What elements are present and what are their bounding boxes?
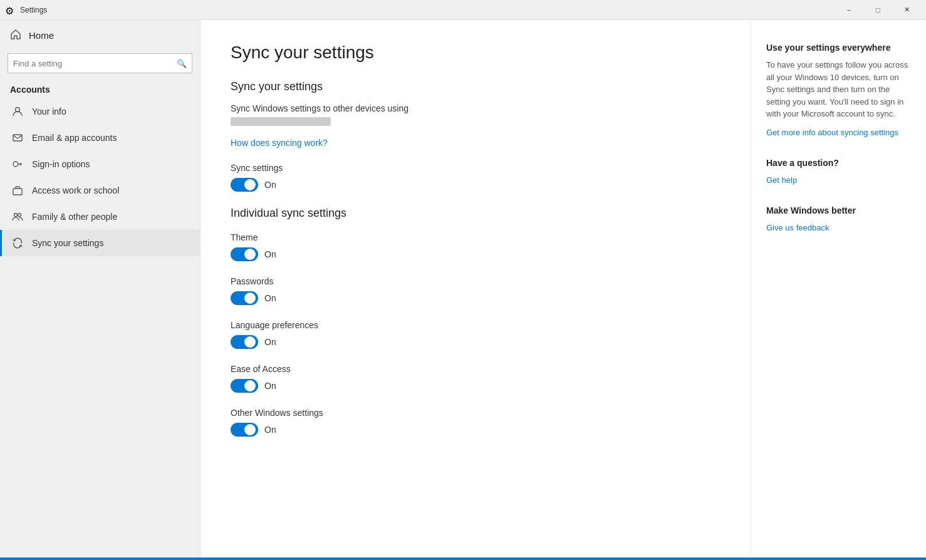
toggle-container-0: On	[231, 247, 721, 261]
toggle-container-1: On	[231, 291, 721, 305]
sidebar-section-header: Accounts	[0, 78, 200, 98]
toggle-label-1: Passwords	[231, 276, 721, 286]
toggle-status-1: On	[264, 293, 276, 303]
toggle-4[interactable]	[231, 423, 258, 437]
toggle-1[interactable]	[231, 291, 258, 305]
toggle-label-4: Other Windows settings	[231, 408, 721, 418]
sidebar-item-email-label: Email & app accounts	[32, 133, 117, 143]
make-windows-section: Make Windows better Give us feedback	[766, 205, 911, 233]
sidebar-item-sync-label: Sync your settings	[32, 238, 103, 248]
sync-settings-toggle-container: On	[231, 178, 721, 192]
have-question-title: Have a question?	[766, 158, 911, 168]
toggle-0[interactable]	[231, 247, 258, 261]
sync-account-bar	[231, 117, 331, 126]
toggle-status-0: On	[264, 249, 276, 259]
sync-description: Sync Windows settings to other devices u…	[231, 103, 721, 113]
sync-settings-toggle-row: Sync settings On	[231, 163, 721, 192]
briefcase-icon	[12, 185, 23, 196]
toggle-container-4: On	[231, 423, 721, 437]
toggle-row-0: Theme On	[231, 232, 721, 261]
individual-sync-title: Individual sync settings	[231, 207, 721, 220]
toggle-row-1: Passwords On	[231, 276, 721, 305]
sidebar: Home 🔍 Accounts Your info	[0, 20, 200, 557]
svg-rect-1	[13, 135, 22, 141]
use-settings-title: Use your settings everywhere	[766, 43, 911, 53]
sidebar-item-your-info[interactable]: Your info	[0, 98, 200, 125]
toggle-container-3: On	[231, 379, 721, 393]
toggle-label-2: Language preferences	[231, 320, 721, 330]
sync-section-title: Sync your settings	[231, 80, 721, 93]
sidebar-item-work-school[interactable]: Access work or school	[0, 177, 200, 204]
group-icon	[12, 211, 23, 222]
toggle-label-0: Theme	[231, 232, 721, 242]
person-icon	[12, 106, 23, 117]
toggle-status-3: On	[264, 381, 276, 391]
sidebar-item-your-info-label: Your info	[32, 106, 66, 117]
svg-point-4	[14, 214, 18, 217]
svg-rect-3	[13, 189, 22, 195]
get-help-link[interactable]: Get help	[766, 175, 797, 185]
home-label: Home	[29, 30, 54, 41]
toggle-status-4: On	[264, 425, 276, 435]
sidebar-item-sync[interactable]: Sync your settings	[0, 230, 200, 256]
sidebar-item-family-label: Family & other people	[32, 212, 117, 222]
key-icon	[12, 158, 23, 170]
settings-icon: ⚙	[5, 5, 15, 15]
home-icon	[10, 29, 21, 42]
toggle-status-2: On	[264, 337, 276, 347]
sidebar-item-sign-in[interactable]: Sign-in options	[0, 151, 200, 177]
search-input[interactable]	[13, 59, 177, 68]
have-question-section: Have a question? Get help	[766, 158, 911, 185]
toggle-label-3: Ease of Access	[231, 364, 721, 374]
sync-settings-status: On	[264, 180, 276, 190]
app-body: Home 🔍 Accounts Your info	[0, 20, 926, 557]
main-content: Sync your settings Sync your settings Sy…	[200, 20, 751, 557]
search-icon: 🔍	[177, 59, 187, 68]
maximize-button[interactable]: □	[863, 0, 892, 20]
how-does-syncing-link[interactable]: How does syncing work?	[231, 138, 328, 148]
give-feedback-link[interactable]: Give us feedback	[766, 223, 829, 232]
email-icon	[12, 132, 23, 143]
title-bar: ⚙ Settings − □ ✕	[0, 0, 926, 20]
right-panel: Use your settings everywhere To have you…	[751, 20, 926, 557]
use-settings-text: To have your settings follow you across …	[766, 59, 911, 120]
svg-point-2	[13, 162, 18, 167]
svg-point-5	[18, 214, 21, 217]
sidebar-item-email-accounts[interactable]: Email & app accounts	[0, 125, 200, 151]
toggle-row-3: Ease of Access On	[231, 364, 721, 393]
sidebar-item-work-label: Access work or school	[32, 185, 119, 195]
sidebar-item-family[interactable]: Family & other people	[0, 204, 200, 230]
page-title: Sync your settings	[231, 43, 721, 63]
sidebar-item-signin-label: Sign-in options	[32, 159, 90, 169]
toggle-row-4: Other Windows settings On	[231, 408, 721, 437]
toggle-row-2: Language preferences On	[231, 320, 721, 349]
toggle-3[interactable]	[231, 379, 258, 393]
title-bar-text: Settings	[20, 6, 835, 14]
sync-icon	[12, 237, 23, 249]
sync-settings-toggle[interactable]	[231, 178, 258, 192]
toggle-2[interactable]	[231, 335, 258, 349]
close-button[interactable]: ✕	[892, 0, 921, 20]
sidebar-search-box[interactable]: 🔍	[8, 53, 192, 73]
sidebar-item-home[interactable]: Home	[0, 20, 200, 51]
bottom-accent-bar	[0, 557, 926, 560]
make-windows-title: Make Windows better	[766, 205, 911, 215]
toggle-container-2: On	[231, 335, 721, 349]
window-controls: − □ ✕	[835, 0, 921, 20]
use-settings-section: Use your settings everywhere To have you…	[766, 43, 911, 138]
minimize-button[interactable]: −	[835, 0, 863, 20]
sync-settings-label: Sync settings	[231, 163, 721, 173]
get-more-info-link[interactable]: Get more info about syncing settings	[766, 128, 898, 137]
individual-toggles: Theme On Passwords On Language preferenc…	[231, 232, 721, 437]
